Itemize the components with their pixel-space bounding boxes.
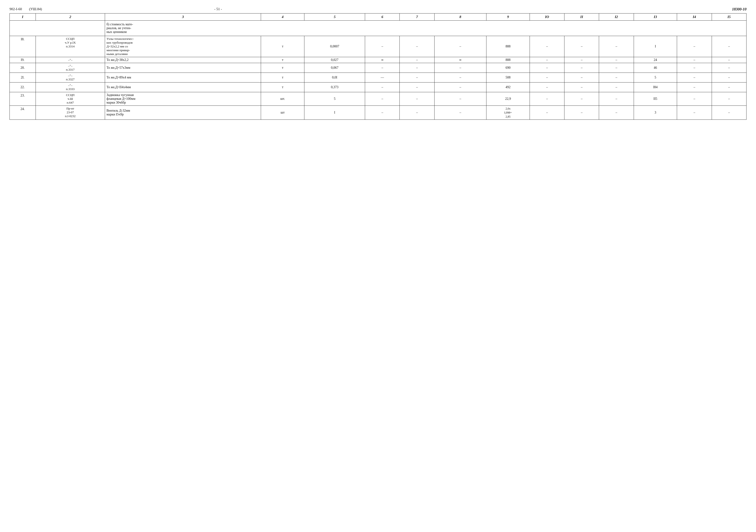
row-18-col8: –: [434, 36, 486, 57]
row-19-ref: –"–: [36, 57, 105, 63]
row-24-ref: Пр-нт23-07п.I-0232: [36, 106, 105, 120]
main-table: I 2 3 4 5 6 7 8 9 IO II I2 I3 I4 I5: [10, 13, 746, 120]
row-19-desc: То же,Д=38х2,2: [105, 57, 261, 63]
row-23-num: 23.: [10, 92, 36, 106]
row-21-col9: 508: [486, 73, 530, 83]
header-row: I 2 3 4 5 6 7 8 9 IO II I2 I3 I4 I5: [10, 13, 746, 21]
col-header-8: 8: [434, 13, 486, 21]
row-24-col9: 2,6хI,098=2,85: [486, 106, 530, 120]
row-24-unit: шт: [261, 106, 304, 120]
row-22-col7: –: [400, 83, 434, 92]
row-21-col14: –: [677, 73, 712, 83]
row-18-num: I8.: [10, 36, 36, 57]
col-header-3: 3: [105, 13, 261, 21]
row-23-col10: –: [529, 92, 564, 106]
row-20-col5: 0,067: [304, 63, 365, 73]
section-b-label: б) стоимость мате-риалов, не учтен-ных ц…: [105, 21, 746, 36]
row-22-desc: То же,Д=II4х4мм: [105, 83, 261, 92]
col-header-1: I: [10, 13, 36, 21]
row-22-col10: –: [529, 83, 564, 92]
row-22-col15: –: [712, 83, 746, 92]
row-23-desc: Задвижка чугуннаяфланцевая Д=100мммарки …: [105, 92, 261, 106]
row-19-unit: т: [261, 57, 304, 63]
row-18-col15: –: [712, 36, 746, 57]
row-22-col11: –: [564, 83, 599, 92]
row-19-col14: –: [677, 57, 712, 63]
col-header-6: 6: [365, 13, 400, 21]
row-24-col14: –: [677, 106, 712, 120]
doc-id: 902-I-60: [10, 7, 22, 11]
row-19-col9: 888: [486, 57, 530, 63]
row-24-col5: I: [304, 106, 365, 120]
row-20-col12: –: [599, 63, 634, 73]
col-header-15: I5: [712, 13, 746, 21]
table-row: 2I. –"–п.3327 То же,Д=89х4 мм т 0,0I — –…: [10, 73, 746, 83]
row-23-col14: –: [677, 92, 712, 106]
row-22-col5: 0,373: [304, 83, 365, 92]
row-22-ref: –"–п.3333: [36, 83, 105, 92]
row-24-desc: Вентиль Д-32мммарки I5ч9р: [105, 106, 261, 120]
row-24-col13: 3: [634, 106, 677, 120]
row-19-col7: –: [400, 57, 434, 63]
row-18-col7: –: [400, 36, 434, 57]
row-20-col6: –: [365, 63, 400, 73]
row-21-col5: 0,0I: [304, 73, 365, 83]
row-24-col10: –: [529, 106, 564, 120]
row-20-col10: –: [529, 63, 564, 73]
row-24-col7: –: [400, 106, 434, 120]
row-19-num: I9.: [10, 57, 36, 63]
row-20-col7: –: [400, 63, 434, 73]
row-24-col11: –: [564, 106, 599, 120]
row-20-col11: –: [564, 63, 599, 73]
row-20-unit: т: [261, 63, 304, 73]
row-24-col12: –: [599, 106, 634, 120]
row-20-col8: –: [434, 63, 486, 73]
row-20-col14: –: [677, 63, 712, 73]
row-22-num: 22.: [10, 83, 36, 92]
row-23-col9: 22,9: [486, 92, 530, 106]
row-22-unit: т: [261, 83, 304, 92]
row-18-col11: –: [564, 36, 599, 57]
row-21-col8: –: [434, 73, 486, 83]
section-b-row: б) стоимость мате-риалов, не учтен-ных ц…: [10, 21, 746, 36]
row-23-col7: –: [400, 92, 434, 106]
row-23-col12: –: [599, 92, 634, 106]
row-19-col12: –: [599, 57, 634, 63]
row-21-unit: т: [261, 73, 304, 83]
row-19-col11: –: [564, 57, 599, 63]
row-23-unit: шт.: [261, 92, 304, 106]
row-20-desc: То же,Д=57х3мм: [105, 63, 261, 73]
row-18-col13: I: [634, 36, 677, 57]
row-18-col6: –: [365, 36, 400, 57]
row-18-ref: ССЦПч.У р.IXп.3314: [36, 36, 105, 57]
row-18-col14: –: [677, 36, 712, 57]
row-22-col8: –: [434, 83, 486, 92]
row-18-desc: Узлы технологичес-ких трубопроводовД=32х…: [105, 36, 261, 57]
row-23-col11: –: [564, 92, 599, 106]
col-header-10: IO: [529, 13, 564, 21]
doc-info-left: 902-I-60 (УШ.84): [10, 7, 42, 11]
row-18-unit: т: [261, 36, 304, 57]
page-header: 902-I-60 (УШ.84) - 51 - 18300-10: [10, 7, 746, 12]
col-header-4: 4: [261, 13, 304, 21]
row-21-col6: —: [365, 73, 400, 83]
table-row: I8. ССЦПч.У р.IXп.3314 Узлы технологичес…: [10, 36, 746, 57]
row-21-col15: –: [712, 73, 746, 83]
row-23-col6: –: [365, 92, 400, 106]
row-19-col13: 24: [634, 57, 677, 63]
row-19-col10: –: [529, 57, 564, 63]
table-row: 24. Пр-нт23-07п.I-0232 Вентиль Д-32мммар…: [10, 106, 746, 120]
row-21-col12: –: [599, 73, 634, 83]
row-18-col9: 888: [486, 36, 530, 57]
row-19-col6: ∞: [365, 57, 400, 63]
row-20-col15: –: [712, 63, 746, 73]
row-19-col15: –: [712, 57, 746, 63]
row-21-col13: 5: [634, 73, 677, 83]
row-24-col6: –: [365, 106, 400, 120]
page-center: - 51 -: [42, 7, 394, 11]
row-22-col13: I84: [634, 83, 677, 92]
row-21-col7: –: [400, 73, 434, 83]
row-24-col8: –: [434, 106, 486, 120]
col-header-12: I2: [599, 13, 634, 21]
page-label: - 51 -: [214, 7, 222, 11]
